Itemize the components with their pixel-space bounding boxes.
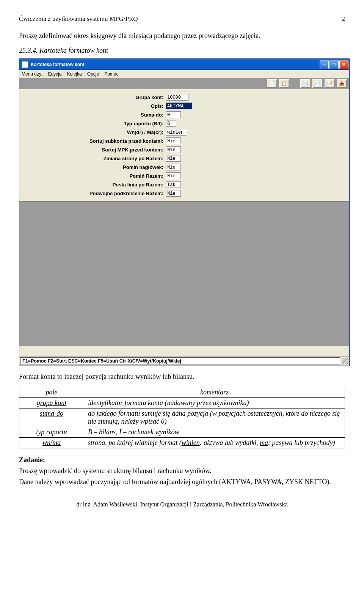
table-key-cell: suma-do [19,408,84,427]
form-row: Pusta linia po Razem:Tak [19,180,349,189]
menubar: Menu użyt Edycja Kolejka Opcje Pomoc [19,70,349,78]
table-row: wn/mastrona, po której widnieje format (… [19,438,345,448]
field-input[interactable]: Nie [166,164,181,170]
field-label: Typ raportu (B/I): [19,121,166,126]
intro-text: Proszę zdefiniować okres księgowy dla mi… [19,32,345,40]
table-value-cell: B – bilans, I – rachunek wyników [84,427,345,438]
form-row: Typ raportu (B/I):B [19,119,349,128]
table-key-cell: grupa kont [19,398,84,408]
field-input[interactable]: 10000 [166,94,188,101]
doc-header-page: 2 [342,15,345,23]
tool-a-icon[interactable]: 📑 [300,79,311,88]
field-label: Suma-do: [19,112,166,118]
titlebar: □ Kartoteka formatów kont ─ □ ✕ [19,59,349,70]
field-label: Sortuj subkonta przed kontami: [19,138,166,144]
status-text: F1=Pomoc F2=Start ESC=Koniec F5=Usuń Ctr… [20,357,340,365]
table-value-cell: strona, po której widnieje format (winie… [84,438,345,448]
form-area: Grupa kont:10000Opis:AKTYWASuma-do:0Typ … [19,89,349,201]
paste-icon[interactable]: 📋 [279,79,289,88]
window-title: Kartoteka formatów kont [31,62,84,67]
form-row: Zmiana strony po Razem:Nie [19,154,349,162]
app-window: □ Kartoteka formatów kont ─ □ ✕ Menu uży… [19,58,350,366]
doc-header-left: Ćwiczenia z użytkowania systemu MFG/PRO [19,15,138,23]
app-icon: □ [22,61,28,68]
field-label: Pomiń nagłówek: [19,164,166,170]
task-p1: Proszę wprowadzić do systemu strukturę b… [19,467,345,475]
form-row: Sortuj subkonta przed kontami:Nie [19,137,349,145]
definitions-table: polekomentarzgrupa kontidentyfikator for… [19,387,345,448]
table-row: typ raportuB – bilans, I – rachunek wyni… [19,427,345,438]
form-row: Pomiń Razem:Nie [19,172,349,180]
form-row: Suma-do:0 [19,110,349,119]
divider-bar [19,346,349,356]
maximize-button[interactable]: □ [329,60,339,69]
field-input[interactable]: Nie [166,146,181,153]
menu-item-help[interactable]: Pomoc [104,71,118,77]
field-input[interactable]: Tak [166,181,181,188]
statusbar: F1=Pomoc F2=Start ESC=Koniec F5=Usuń Ctr… [19,356,349,366]
table-key-cell: typ raportu [19,427,84,438]
table-header-row: polekomentarz [19,387,345,398]
field-label: Zmiana strony po Razem: [19,156,166,161]
task-label: Zadanie: [19,456,345,464]
doc-header: Ćwiczenia z użytkowania systemu MFG/PRO … [19,15,345,23]
table-header-cell: komentarz [84,387,345,398]
form-row: Wn(dr) / Ma(cr):winien [19,128,349,136]
section-number: 25.3.4. Kartoteka formatów kont [19,47,345,55]
field-input[interactable]: 0 [166,111,181,118]
table-value-cell: do jakiego formatu sumuje się dana pozyc… [84,408,345,427]
menu-item-user[interactable]: Menu użyt [22,71,42,77]
field-input[interactable]: B [166,120,176,127]
field-input[interactable]: Nie [166,172,181,179]
after-window-text: Format konta to inaczej pozycja rachunku… [19,373,345,381]
form-row: Opis:AKTYWA [19,102,349,110]
copy-icon[interactable]: 📄 [267,79,277,88]
table-header-cell: pole [19,387,84,398]
table-value-cell: identyfikator formatu konta (nadawany pr… [84,398,345,408]
field-label: Podwójne podkreślenie Razem: [19,191,166,196]
tool-b-icon[interactable]: 📄 [312,79,323,88]
field-input[interactable]: Nie [166,190,181,197]
field-label: Pomiń Razem: [19,173,166,179]
toolbar: 📄 📋 📑 📄 📝 📤 [19,78,349,89]
field-input[interactable]: winien [166,129,186,136]
menu-item-edit[interactable]: Edycja [48,71,61,77]
close-button[interactable]: ✕ [339,60,348,69]
form-row: Sortuj MPK przed kontem:Nie [19,145,349,154]
field-label: Sortuj MPK przed kontem: [19,147,166,153]
task-p2: Dane należy wprowadzać poczynając od for… [19,478,345,486]
form-row: Podwójne podkreślenie Razem:Nie [19,189,349,197]
form-row: Grupa kont:10000 [19,93,349,101]
content-empty-area [19,201,349,346]
field-label: Pusta linia po Razem: [19,182,166,188]
resize-grip-icon[interactable] [342,358,348,364]
table-key-cell: wn/ma [19,438,84,448]
minimize-button[interactable]: ─ [320,60,329,69]
field-label: Opis: [19,103,166,109]
menu-item-options[interactable]: Opcje [87,71,99,77]
field-label: Wn(dr) / Ma(cr): [19,129,166,135]
form-row: Pomiń nagłówek:Nie [19,163,349,171]
field-label: Grupa kont: [19,95,166,100]
field-input[interactable]: AKTYWA [166,103,192,109]
field-input[interactable]: Nie [166,155,181,162]
menu-item-queue[interactable]: Kolejka [67,71,82,77]
task-block: Zadanie: Proszę wprowadzić do systemu st… [19,456,345,486]
table-row: grupa kontidentyfikator formatu konta (n… [19,398,345,408]
tool-c-icon[interactable]: 📝 [324,79,335,88]
table-row: suma-dodo jakiego formatu sumuje się dan… [19,408,345,427]
tool-d-icon[interactable]: 📤 [336,79,347,88]
field-input[interactable]: Nie [166,137,181,144]
doc-footer: dr inż. Adam Wasilewski, Instytut Organi… [19,501,345,508]
